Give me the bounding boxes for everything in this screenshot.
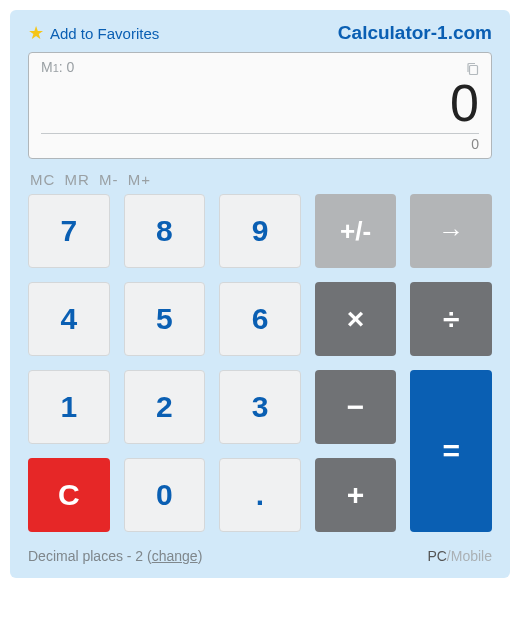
memory-button-row: MC MR M- M+ [28, 171, 492, 188]
key-multiply[interactable]: × [315, 282, 397, 356]
header: ★ Add to Favorites Calculator-1.com [28, 22, 492, 44]
m-plus-button[interactable]: M+ [128, 171, 151, 188]
mr-button[interactable]: MR [65, 171, 90, 188]
key-clear[interactable]: C [28, 458, 110, 532]
key-5[interactable]: 5 [124, 282, 206, 356]
brand-link[interactable]: Calculator-1.com [338, 22, 492, 44]
mode-toggle: PC/Mobile [427, 548, 492, 564]
mc-button[interactable]: MC [30, 171, 55, 188]
memory-line: M1: 0 [41, 59, 479, 75]
key-minus[interactable]: − [315, 370, 397, 444]
favorites-label: Add to Favorites [50, 25, 159, 42]
key-backspace[interactable]: → [410, 194, 492, 268]
star-icon: ★ [28, 24, 44, 42]
m-minus-button[interactable]: M- [99, 171, 119, 188]
key-2[interactable]: 2 [124, 370, 206, 444]
key-0[interactable]: 0 [124, 458, 206, 532]
mode-mobile[interactable]: Mobile [451, 548, 492, 564]
footer: Decimal places - 2 (change) PC/Mobile [28, 548, 492, 564]
key-3[interactable]: 3 [219, 370, 301, 444]
main-display: 0 [41, 75, 479, 129]
display-panel: M1: 0 0 0 [28, 52, 492, 159]
key-sign[interactable]: +/- [315, 194, 397, 268]
key-equals[interactable]: = [410, 370, 492, 532]
sub-display: 0 [41, 133, 479, 152]
change-decimal-link[interactable]: change [152, 548, 198, 564]
key-dot[interactable]: . [219, 458, 301, 532]
svg-rect-0 [470, 66, 478, 75]
key-6[interactable]: 6 [219, 282, 301, 356]
decimal-places: Decimal places - 2 (change) [28, 548, 202, 564]
calculator-container: ★ Add to Favorites Calculator-1.com M1: … [10, 10, 510, 578]
keypad: 7 8 9 +/- → 4 5 6 × ÷ 1 2 3 − = C 0 . + [28, 194, 492, 532]
key-7[interactable]: 7 [28, 194, 110, 268]
key-plus[interactable]: + [315, 458, 397, 532]
key-4[interactable]: 4 [28, 282, 110, 356]
key-8[interactable]: 8 [124, 194, 206, 268]
add-to-favorites-link[interactable]: ★ Add to Favorites [28, 24, 159, 42]
key-1[interactable]: 1 [28, 370, 110, 444]
key-9[interactable]: 9 [219, 194, 301, 268]
mode-pc[interactable]: PC [427, 548, 446, 564]
copy-icon[interactable] [465, 61, 481, 81]
key-divide[interactable]: ÷ [410, 282, 492, 356]
